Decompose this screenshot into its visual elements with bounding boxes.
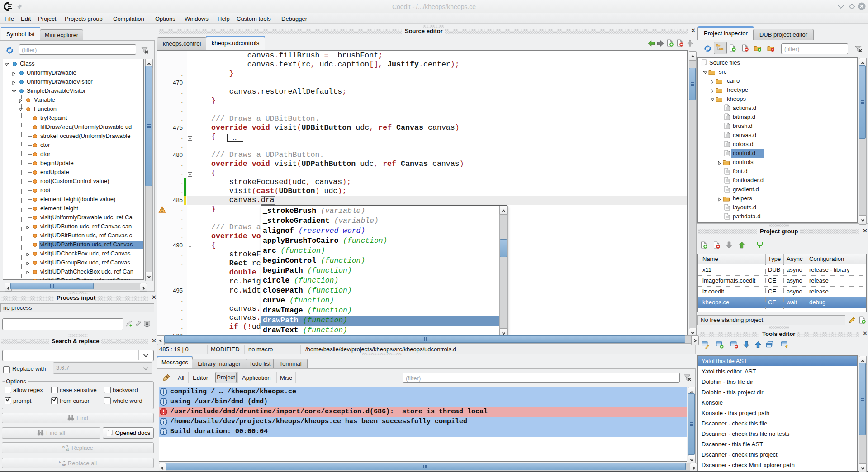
svg-text:ab: ab xyxy=(62,463,66,467)
svg-text:b: b xyxy=(59,460,61,464)
svg-text:b: b xyxy=(62,445,65,449)
svg-text:ab: ab xyxy=(66,448,69,451)
